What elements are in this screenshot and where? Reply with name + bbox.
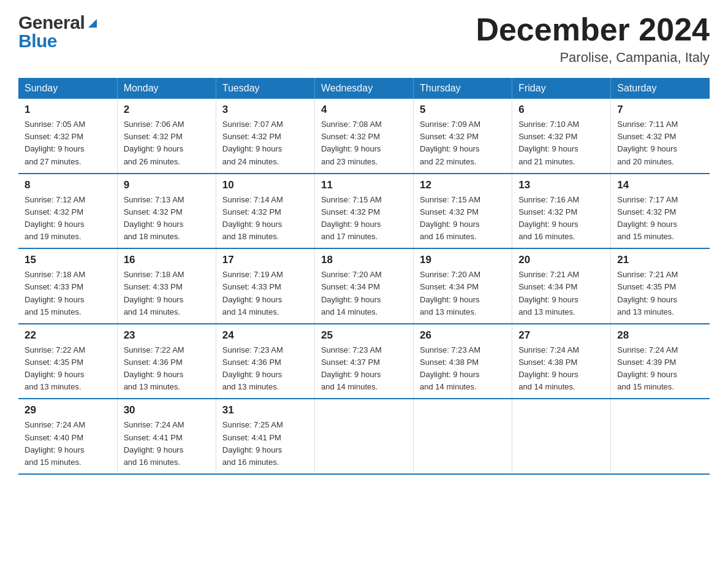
day-number: 15 [25, 254, 111, 266]
day-number: 27 [518, 329, 604, 342]
day-number: 20 [518, 254, 604, 266]
day-number: 29 [25, 404, 111, 416]
calendar-cell: 16 Sunrise: 7:18 AM Sunset: 4:33 PM Dayl… [117, 248, 216, 324]
day-info: Sunrise: 7:05 AM Sunset: 4:32 PM Dayligh… [25, 118, 111, 168]
day-info: Sunrise: 7:22 AM Sunset: 4:36 PM Dayligh… [124, 344, 210, 394]
calendar-week-4: 22 Sunrise: 7:22 AM Sunset: 4:35 PM Dayl… [18, 324, 710, 399]
calendar-table: Sunday Monday Tuesday Wednesday Thursday… [18, 78, 710, 475]
day-number: 3 [222, 104, 308, 116]
day-info: Sunrise: 7:09 AM Sunset: 4:32 PM Dayligh… [420, 118, 506, 168]
day-number: 18 [321, 254, 407, 266]
col-friday: Friday [512, 78, 611, 99]
day-number: 30 [124, 404, 210, 416]
day-info: Sunrise: 7:20 AM Sunset: 4:34 PM Dayligh… [321, 269, 407, 318]
calendar-cell [314, 399, 413, 474]
calendar-header: Sunday Monday Tuesday Wednesday Thursday… [18, 78, 710, 99]
day-number: 17 [222, 254, 308, 266]
calendar-body: 1 Sunrise: 7:05 AM Sunset: 4:32 PM Dayli… [18, 99, 710, 474]
day-number: 14 [617, 179, 703, 191]
logo-icon [86, 17, 99, 30]
calendar-cell: 5 Sunrise: 7:09 AM Sunset: 4:32 PM Dayli… [414, 99, 512, 174]
day-info: Sunrise: 7:15 AM Sunset: 4:32 PM Dayligh… [321, 194, 407, 243]
calendar-cell: 2 Sunrise: 7:06 AM Sunset: 4:32 PM Dayli… [117, 99, 216, 174]
day-info: Sunrise: 7:22 AM Sunset: 4:35 PM Dayligh… [25, 344, 111, 394]
header-row: Sunday Monday Tuesday Wednesday Thursday… [18, 78, 710, 99]
day-number: 7 [617, 104, 703, 116]
day-info: Sunrise: 7:12 AM Sunset: 4:32 PM Dayligh… [25, 194, 111, 243]
day-info: Sunrise: 7:06 AM Sunset: 4:32 PM Dayligh… [124, 118, 210, 168]
calendar-cell: 1 Sunrise: 7:05 AM Sunset: 4:32 PM Dayli… [18, 99, 117, 174]
day-info: Sunrise: 7:23 AM Sunset: 4:37 PM Dayligh… [321, 344, 407, 394]
calendar-cell: 26 Sunrise: 7:23 AM Sunset: 4:38 PM Dayl… [414, 324, 512, 399]
calendar-cell: 10 Sunrise: 7:14 AM Sunset: 4:32 PM Dayl… [216, 174, 314, 249]
day-info: Sunrise: 7:20 AM Sunset: 4:34 PM Dayligh… [420, 269, 506, 318]
calendar-cell: 24 Sunrise: 7:23 AM Sunset: 4:36 PM Dayl… [216, 324, 314, 399]
day-info: Sunrise: 7:10 AM Sunset: 4:32 PM Dayligh… [518, 118, 604, 168]
day-number: 2 [124, 104, 210, 116]
day-number: 10 [222, 179, 308, 191]
day-info: Sunrise: 7:23 AM Sunset: 4:38 PM Dayligh… [420, 344, 506, 394]
day-info: Sunrise: 7:25 AM Sunset: 4:41 PM Dayligh… [222, 419, 308, 469]
day-number: 4 [321, 104, 407, 116]
calendar-cell: 13 Sunrise: 7:16 AM Sunset: 4:32 PM Dayl… [512, 174, 611, 249]
calendar-week-1: 1 Sunrise: 7:05 AM Sunset: 4:32 PM Dayli… [18, 99, 710, 174]
day-number: 23 [124, 329, 210, 342]
calendar-cell: 20 Sunrise: 7:21 AM Sunset: 4:34 PM Dayl… [512, 248, 611, 324]
day-number: 12 [420, 179, 506, 191]
svg-marker-0 [88, 19, 97, 28]
day-number: 24 [222, 329, 308, 342]
calendar-cell: 19 Sunrise: 7:20 AM Sunset: 4:34 PM Dayl… [414, 248, 512, 324]
calendar-cell [512, 399, 611, 474]
day-info: Sunrise: 7:24 AM Sunset: 4:41 PM Dayligh… [124, 419, 210, 469]
calendar-cell: 31 Sunrise: 7:25 AM Sunset: 4:41 PM Dayl… [216, 399, 314, 474]
day-info: Sunrise: 7:13 AM Sunset: 4:32 PM Dayligh… [124, 194, 210, 243]
calendar-cell: 21 Sunrise: 7:21 AM Sunset: 4:35 PM Dayl… [611, 248, 710, 324]
col-tuesday: Tuesday [216, 78, 314, 99]
title-block: December 2024 Parolise, Campania, Italy [476, 12, 710, 66]
calendar-week-3: 15 Sunrise: 7:18 AM Sunset: 4:33 PM Dayl… [18, 248, 710, 324]
calendar-week-5: 29 Sunrise: 7:24 AM Sunset: 4:40 PM Dayl… [18, 399, 710, 474]
day-number: 5 [420, 104, 506, 116]
logo: General Blue [18, 12, 99, 52]
col-sunday: Sunday [18, 78, 117, 99]
calendar-cell: 23 Sunrise: 7:22 AM Sunset: 4:36 PM Dayl… [117, 324, 216, 399]
day-info: Sunrise: 7:14 AM Sunset: 4:32 PM Dayligh… [222, 194, 308, 243]
day-number: 1 [25, 104, 111, 116]
day-number: 9 [124, 179, 210, 191]
calendar-cell [611, 399, 710, 474]
day-info: Sunrise: 7:16 AM Sunset: 4:32 PM Dayligh… [518, 194, 604, 243]
day-info: Sunrise: 7:15 AM Sunset: 4:32 PM Dayligh… [420, 194, 506, 243]
calendar-cell: 6 Sunrise: 7:10 AM Sunset: 4:32 PM Dayli… [512, 99, 611, 174]
day-info: Sunrise: 7:24 AM Sunset: 4:38 PM Dayligh… [518, 344, 604, 394]
calendar-cell: 4 Sunrise: 7:08 AM Sunset: 4:32 PM Dayli… [314, 99, 413, 174]
col-thursday: Thursday [414, 78, 512, 99]
day-number: 21 [617, 254, 703, 266]
day-info: Sunrise: 7:07 AM Sunset: 4:32 PM Dayligh… [222, 118, 308, 168]
calendar-cell: 25 Sunrise: 7:23 AM Sunset: 4:37 PM Dayl… [314, 324, 413, 399]
calendar-cell: 12 Sunrise: 7:15 AM Sunset: 4:32 PM Dayl… [414, 174, 512, 249]
col-saturday: Saturday [611, 78, 710, 99]
day-number: 22 [25, 329, 111, 342]
day-info: Sunrise: 7:08 AM Sunset: 4:32 PM Dayligh… [321, 118, 407, 168]
calendar-cell [414, 399, 512, 474]
day-number: 8 [25, 179, 111, 191]
day-number: 25 [321, 329, 407, 342]
calendar-cell: 27 Sunrise: 7:24 AM Sunset: 4:38 PM Dayl… [512, 324, 611, 399]
day-info: Sunrise: 7:21 AM Sunset: 4:34 PM Dayligh… [518, 269, 604, 318]
day-info: Sunrise: 7:24 AM Sunset: 4:40 PM Dayligh… [25, 419, 111, 469]
day-info: Sunrise: 7:18 AM Sunset: 4:33 PM Dayligh… [25, 269, 111, 318]
location-subtitle: Parolise, Campania, Italy [476, 50, 710, 66]
calendar-cell: 7 Sunrise: 7:11 AM Sunset: 4:32 PM Dayli… [611, 99, 710, 174]
col-wednesday: Wednesday [314, 78, 413, 99]
day-number: 11 [321, 179, 407, 191]
day-number: 28 [617, 329, 703, 342]
calendar-cell: 18 Sunrise: 7:20 AM Sunset: 4:34 PM Dayl… [314, 248, 413, 324]
logo-general-text: General [18, 12, 85, 33]
calendar-cell: 28 Sunrise: 7:24 AM Sunset: 4:39 PM Dayl… [611, 324, 710, 399]
day-info: Sunrise: 7:19 AM Sunset: 4:33 PM Dayligh… [222, 269, 308, 318]
day-info: Sunrise: 7:21 AM Sunset: 4:35 PM Dayligh… [617, 269, 703, 318]
day-number: 6 [518, 104, 604, 116]
col-monday: Monday [117, 78, 216, 99]
day-number: 31 [222, 404, 308, 416]
calendar-cell: 9 Sunrise: 7:13 AM Sunset: 4:32 PM Dayli… [117, 174, 216, 249]
